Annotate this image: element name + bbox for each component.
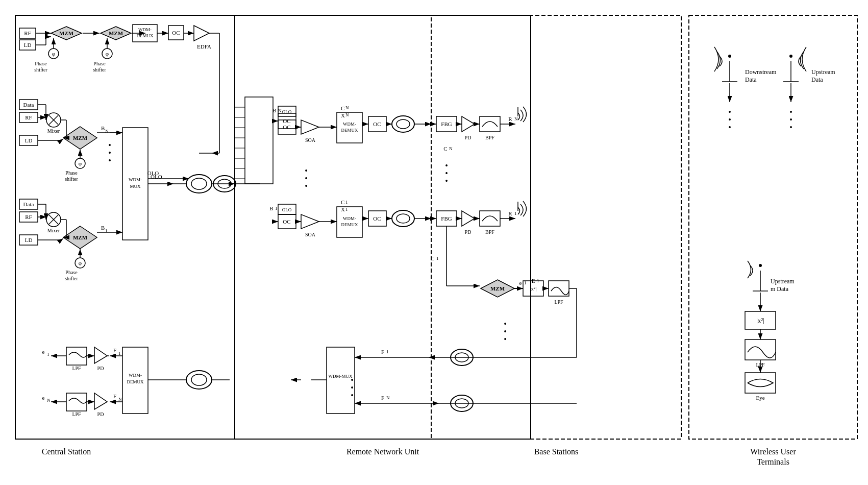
mixer1-label: Mixer	[47, 128, 60, 134]
cn-bs-label: C	[443, 146, 447, 152]
en-output-label: e	[42, 395, 45, 401]
oc-rnu-bot-label: OC	[283, 219, 290, 225]
olo-rnu-top-label: OLO	[282, 109, 292, 114]
wdm-mux-cs-label: WDM-	[129, 177, 142, 182]
wdm-demux-rnu-top-label: WDM-	[343, 122, 356, 127]
dots-rnu3: •	[305, 182, 308, 190]
soa-bot-label: SOA	[305, 232, 316, 237]
oc-rnu-top2-label: OC	[283, 124, 290, 130]
mzm4-label: MZM	[73, 234, 88, 240]
bpf-n-label: BPF	[485, 135, 494, 140]
data1-label: Data	[23, 102, 34, 108]
pd-n-label: PD	[465, 135, 472, 140]
b1-rnu-label: B	[269, 205, 273, 211]
fn-cs-label: F	[113, 393, 116, 399]
svg-rect-140	[480, 211, 500, 226]
fbg-1-label: FBG	[441, 215, 452, 222]
xn-sub: N	[345, 112, 349, 117]
diagram-container: Central Station RF MZM φ Phase shifter M…	[0, 0, 868, 485]
phase-shifter-1-symbol: φ	[52, 51, 55, 57]
svg-point-69	[186, 371, 212, 389]
fn-cs-sub: N	[118, 397, 122, 402]
e1-sub: 1	[47, 352, 49, 357]
dots-rnu-bot3: •	[351, 391, 354, 400]
phase-shifter-3-symbol: φ	[79, 160, 82, 166]
bs-label: Base Stations	[534, 447, 579, 456]
rf2-label: RF	[25, 114, 32, 120]
wdm-demux-top-label: WDM-	[138, 27, 152, 32]
en-sub: N	[47, 398, 51, 403]
upstream-data-bot-label: Upstream	[771, 278, 795, 285]
downstream-data-label2: Data	[745, 76, 757, 83]
rf3-label: RF	[25, 214, 32, 220]
svg-rect-179	[745, 373, 776, 393]
phase-shifter-2-label2: shifter	[93, 67, 106, 72]
f1-cs-sub: 1	[118, 351, 121, 356]
svg-point-118	[392, 210, 414, 227]
svg-rect-79	[66, 393, 87, 411]
svg-marker-21	[194, 26, 209, 41]
svg-marker-99	[301, 120, 319, 134]
central-station-label: Central Station	[42, 447, 91, 456]
dots-mid3: •	[108, 156, 111, 165]
wdm-mux-cs-label2: MUX	[130, 184, 141, 189]
e1-output-label: e	[42, 349, 45, 355]
dots-bs-bot3: •	[504, 335, 507, 344]
b1-sub: 1	[105, 228, 108, 233]
svg-point-173	[759, 264, 762, 267]
rnu-label: Remote Network Unit	[346, 447, 419, 456]
xsq-wut-label: |x²|	[756, 317, 764, 324]
wdm-demux-top-label2: DEMUX	[137, 33, 154, 38]
svg-rect-127	[431, 15, 681, 439]
x1-label: X	[341, 206, 345, 212]
bpf-1-label: BPF	[485, 229, 494, 235]
upstream-data-top-label: Upstream	[811, 68, 835, 76]
phase-shifter-1-label2: shifter	[34, 67, 47, 72]
rn-label: R	[508, 116, 512, 122]
oc-rnu-top-label: OC	[283, 118, 290, 124]
svg-rect-84	[235, 15, 531, 439]
phase-shifter-3-label: Phase	[65, 170, 78, 176]
ld-label-top: LD	[24, 42, 32, 48]
svg-point-65	[191, 178, 207, 189]
wdm-mux-rnu-label: WDM-MUX	[329, 374, 353, 379]
dots-wut-up3: •	[789, 123, 792, 132]
rf-label-top: RF	[24, 30, 31, 36]
phase-shifter-2-symbol: φ	[106, 51, 109, 57]
f1-rnu-sub: 1	[386, 349, 389, 354]
bn-label: B	[101, 125, 105, 131]
fn-rnu-sub: N	[386, 395, 390, 400]
svg-rect-73	[66, 347, 87, 365]
r1-sub: 1	[514, 211, 517, 216]
phase-shifter-1-label: Phase	[35, 61, 47, 66]
svg-point-106	[396, 119, 410, 129]
phase-shifter-4-label: Phase	[65, 270, 78, 275]
c1-bs-label: C	[431, 255, 434, 261]
upstream-data-top-label2: Data	[811, 76, 823, 83]
b1-label: B	[101, 225, 105, 231]
svg-point-165	[728, 55, 731, 58]
xsq-bs-label: |x²|	[530, 285, 536, 292]
svg-line-57	[61, 238, 63, 240]
f1-cs-label: F	[113, 347, 116, 353]
rn-sub: N	[514, 116, 518, 122]
fn-rnu-label: F	[381, 395, 384, 401]
soa-top-label: SOA	[305, 137, 316, 143]
c1-bs-sub: 1	[436, 256, 439, 261]
c1-sub: 1	[345, 200, 348, 205]
mixer2-label: Mixer	[47, 228, 60, 233]
data2-label: Data	[23, 201, 34, 207]
lpf-bs-label: LPF	[554, 299, 563, 305]
wdm-demux-rnu-top-label2: DEMUX	[341, 128, 358, 133]
svg-marker-75	[94, 347, 107, 363]
downstream-data-label: Downstream	[745, 68, 777, 76]
b1-rnu-sub: 1	[275, 206, 278, 211]
r1-label: R	[508, 210, 512, 216]
mzm1-label: MZM	[59, 30, 74, 36]
cn-sub: N	[345, 105, 349, 110]
fbg-n-label: FBG	[441, 121, 452, 127]
oc-top-label: OC	[172, 30, 180, 36]
svg-point-70	[191, 374, 207, 385]
wdm-demux-rnu-bot-label2: DEMUX	[341, 222, 358, 227]
wut-label2: Terminals	[757, 457, 789, 466]
